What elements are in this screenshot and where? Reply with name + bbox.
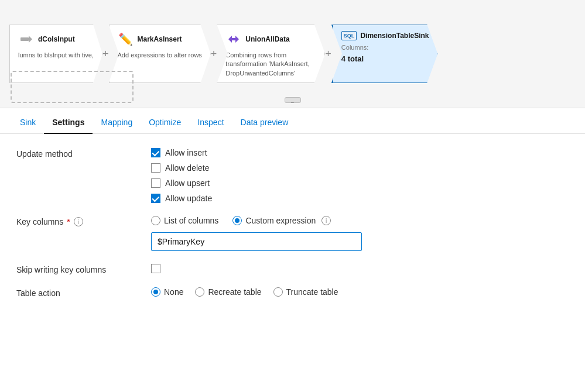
key-columns-info-icon[interactable]: i (74, 217, 83, 226)
skip-writing-item[interactable] (151, 264, 160, 273)
table-action-recreate-label: Recreate table (208, 287, 261, 297)
collapse-handle[interactable]: ⎯ (285, 97, 301, 103)
allow-insert-label: Allow insert (165, 148, 207, 157)
node-value-sink: 4 total (341, 54, 429, 63)
expression-input[interactable] (151, 232, 362, 251)
list-of-columns-radio-item[interactable]: List of columns (151, 216, 218, 225)
custom-expression-info-icon[interactable]: i (321, 216, 331, 225)
skip-writing-controls (151, 264, 160, 273)
node-title-dcols: dColsInput (38, 35, 75, 43)
selection-box (11, 71, 134, 103)
pipeline-node-3[interactable]: UnionAllData Combining rows from transfo… (217, 25, 325, 83)
update-method-label: Update method (16, 148, 128, 159)
table-action-truncate-item[interactable]: Truncate table (273, 287, 338, 297)
arrow-right-icon (18, 31, 35, 47)
allow-update-label: Allow update (165, 194, 212, 203)
skip-writing-label: Skip writing key columns (16, 264, 128, 274)
node-box-unionalldata[interactable]: UnionAllData Combining rows from transfo… (217, 25, 325, 83)
allow-upsert-checkbox[interactable] (151, 178, 160, 188)
allow-delete-item[interactable]: Allow delete (151, 163, 212, 173)
node-title-union: UnionAllData (245, 35, 289, 43)
key-columns-row: Key columns * i List of columns Custom e… (16, 216, 569, 251)
table-action-row: Table action None Recreate table Truncat… (16, 287, 569, 298)
allow-upsert-label: Allow upsert (165, 178, 210, 188)
allow-update-checkbox[interactable] (151, 194, 160, 203)
settings-content: Update method Allow insert Allow delete … (0, 134, 585, 325)
table-action-none-label: None (164, 287, 183, 297)
svg-marker-2 (228, 36, 232, 43)
update-method-row: Update method Allow insert Allow delete … (16, 148, 569, 203)
sql-icon: SQL (341, 31, 357, 40)
pencil-icon: ✏️ (118, 31, 134, 47)
allow-insert-item[interactable]: Allow insert (151, 148, 212, 157)
node-box-sink[interactable]: SQL DimensionTableSink Columns: 4 total (331, 25, 438, 83)
node-header-sink: SQL DimensionTableSink (341, 31, 429, 40)
allow-update-item[interactable]: Allow update (151, 194, 212, 203)
node-desc-union: Combining rows from transformation 'Mark… (225, 51, 316, 78)
table-action-label: Table action (16, 287, 128, 298)
allow-upsert-item[interactable]: Allow upsert (151, 178, 212, 188)
tab-data-preview[interactable]: Data preview (232, 112, 297, 134)
pipeline-area: dColsInput lumns to blsInput with tive, … (0, 0, 585, 108)
tab-optimize[interactable]: Optimize (141, 112, 189, 134)
node-subtitle-sink: Columns: (341, 44, 429, 51)
custom-expression-radio[interactable] (232, 216, 242, 225)
svg-rect-4 (232, 38, 235, 40)
allow-insert-checkbox[interactable] (151, 148, 160, 157)
skip-writing-row: Skip writing key columns (16, 264, 569, 274)
tab-mapping[interactable]: Mapping (93, 112, 141, 134)
node-desc-dcols: lumns to blsInput with tive, (18, 51, 94, 60)
table-action-truncate-label: Truncate table (286, 287, 338, 297)
table-action-controls: None Recreate table Truncate table (151, 287, 338, 297)
key-columns-label: Key columns * i (16, 216, 128, 226)
key-columns-controls: List of columns Custom expression i (151, 216, 362, 251)
node-desc-markasinsert: Add expressions to alter rows (118, 51, 202, 60)
table-action-recreate-item[interactable]: Recreate table (195, 287, 261, 297)
node-header-union: UnionAllData (225, 31, 316, 47)
required-star: * (67, 217, 70, 226)
plus-connector-2: + (210, 48, 218, 60)
custom-expression-label: Custom expression (245, 216, 316, 225)
svg-marker-1 (29, 36, 32, 43)
custom-expression-radio-item[interactable]: Custom expression i (232, 216, 331, 225)
svg-marker-3 (235, 36, 239, 43)
node-header-markasinsert: ✏️ MarkAsInsert (118, 31, 202, 47)
tab-settings[interactable]: Settings (44, 112, 93, 134)
allow-delete-checkbox[interactable] (151, 163, 160, 173)
table-action-none-item[interactable]: None (151, 287, 183, 297)
skip-writing-checkbox[interactable] (151, 264, 160, 273)
update-method-controls: Allow insert Allow delete Allow upsert A… (151, 148, 212, 203)
node-title-markasinsert: MarkAsInsert (138, 35, 182, 43)
plus-connector-3: + (324, 48, 333, 60)
table-action-recreate-radio[interactable] (195, 287, 204, 297)
list-of-columns-label: List of columns (164, 216, 218, 225)
plus-connector-1: + (101, 48, 110, 60)
key-columns-radios: List of columns Custom expression i (151, 216, 362, 225)
tab-sink[interactable]: Sink (12, 112, 44, 134)
pipeline-node-4[interactable]: SQL DimensionTableSink Columns: 4 total (331, 25, 438, 83)
allow-delete-label: Allow delete (165, 163, 210, 173)
list-of-columns-radio[interactable] (151, 216, 160, 225)
tab-inspect[interactable]: Inspect (189, 112, 232, 134)
node-title-sink: DimensionTableSink (360, 32, 429, 40)
union-icon (225, 31, 242, 47)
table-action-truncate-radio[interactable] (273, 287, 283, 297)
table-action-none-radio[interactable] (151, 287, 160, 297)
svg-rect-0 (20, 37, 29, 41)
tabs-area: Sink Settings Mapping Optimize Inspect D… (0, 108, 585, 134)
node-header-dcols: dColsInput (18, 31, 94, 47)
